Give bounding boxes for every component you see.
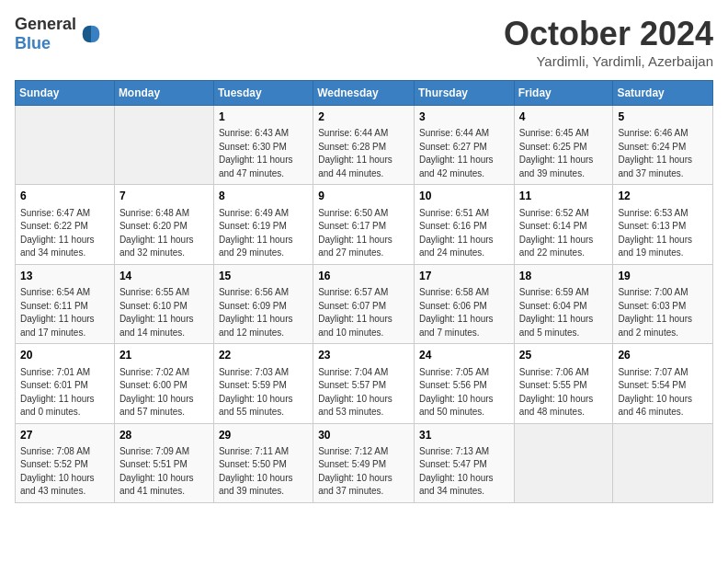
calendar-cell: 2Sunrise: 6:44 AM Sunset: 6:28 PM Daylig… xyxy=(313,106,415,185)
day-info: Sunrise: 6:56 AM Sunset: 6:09 PM Dayligh… xyxy=(219,286,308,339)
calendar-cell: 24Sunrise: 7:05 AM Sunset: 5:56 PM Dayli… xyxy=(414,344,514,423)
day-number: 31 xyxy=(419,428,509,443)
day-info: Sunrise: 6:55 AM Sunset: 6:10 PM Dayligh… xyxy=(119,286,209,339)
day-info: Sunrise: 7:11 AM Sunset: 5:50 PM Dayligh… xyxy=(219,445,308,499)
day-info: Sunrise: 7:00 AM Sunset: 6:03 PM Dayligh… xyxy=(618,286,708,339)
day-number: 30 xyxy=(318,428,409,443)
column-header-saturday: Saturday xyxy=(613,81,713,106)
day-number: 3 xyxy=(419,109,509,125)
calendar-cell: 14Sunrise: 6:55 AM Sunset: 6:10 PM Dayli… xyxy=(114,264,213,343)
calendar-cell: 18Sunrise: 6:59 AM Sunset: 6:04 PM Dayli… xyxy=(514,264,613,343)
calendar-cell xyxy=(114,106,213,185)
calendar-cell: 17Sunrise: 6:58 AM Sunset: 6:06 PM Dayli… xyxy=(414,264,514,343)
day-info: Sunrise: 7:05 AM Sunset: 5:56 PM Dayligh… xyxy=(419,366,509,419)
day-info: Sunrise: 6:48 AM Sunset: 6:20 PM Dayligh… xyxy=(119,207,209,260)
day-number: 16 xyxy=(318,269,409,284)
calendar-cell xyxy=(613,423,713,502)
day-number: 23 xyxy=(318,348,409,363)
calendar-cell: 30Sunrise: 7:12 AM Sunset: 5:49 PM Dayli… xyxy=(313,423,415,502)
day-info: Sunrise: 7:02 AM Sunset: 6:00 PM Dayligh… xyxy=(119,366,209,419)
logo-icon xyxy=(78,21,104,47)
day-info: Sunrise: 6:52 AM Sunset: 6:14 PM Dayligh… xyxy=(519,207,609,260)
logo-text: General Blue xyxy=(15,15,76,53)
page-header: General Blue October 2024 Yardimli, Yard… xyxy=(15,15,713,69)
calendar-cell: 11Sunrise: 6:52 AM Sunset: 6:14 PM Dayli… xyxy=(514,185,613,264)
day-number: 11 xyxy=(519,189,609,204)
day-number: 8 xyxy=(219,189,308,204)
day-info: Sunrise: 7:03 AM Sunset: 5:59 PM Dayligh… xyxy=(219,366,308,419)
calendar-cell: 22Sunrise: 7:03 AM Sunset: 5:59 PM Dayli… xyxy=(213,344,313,423)
calendar-week-row: 13Sunrise: 6:54 AM Sunset: 6:11 PM Dayli… xyxy=(16,264,713,343)
day-info: Sunrise: 6:53 AM Sunset: 6:13 PM Dayligh… xyxy=(618,207,708,260)
day-number: 18 xyxy=(519,269,609,284)
calendar-cell: 10Sunrise: 6:51 AM Sunset: 6:16 PM Dayli… xyxy=(414,185,514,264)
calendar-table: SundayMondayTuesdayWednesdayThursdayFrid… xyxy=(15,80,713,503)
day-info: Sunrise: 6:46 AM Sunset: 6:24 PM Dayligh… xyxy=(618,127,708,180)
day-info: Sunrise: 6:59 AM Sunset: 6:04 PM Dayligh… xyxy=(519,286,609,339)
column-header-thursday: Thursday xyxy=(414,81,514,106)
day-number: 29 xyxy=(219,428,308,443)
day-info: Sunrise: 6:57 AM Sunset: 6:07 PM Dayligh… xyxy=(318,286,409,339)
day-number: 14 xyxy=(119,269,209,284)
calendar-cell xyxy=(514,423,613,502)
day-number: 27 xyxy=(20,428,109,443)
day-info: Sunrise: 6:44 AM Sunset: 6:28 PM Dayligh… xyxy=(318,127,409,180)
day-number: 12 xyxy=(618,189,708,204)
day-info: Sunrise: 7:13 AM Sunset: 5:47 PM Dayligh… xyxy=(419,445,509,499)
day-info: Sunrise: 7:04 AM Sunset: 5:57 PM Dayligh… xyxy=(318,366,409,419)
day-info: Sunrise: 6:54 AM Sunset: 6:11 PM Dayligh… xyxy=(20,286,109,339)
calendar-cell: 31Sunrise: 7:13 AM Sunset: 5:47 PM Dayli… xyxy=(414,423,514,502)
calendar-cell xyxy=(16,106,115,185)
calendar-cell: 23Sunrise: 7:04 AM Sunset: 5:57 PM Dayli… xyxy=(313,344,415,423)
day-info: Sunrise: 6:49 AM Sunset: 6:19 PM Dayligh… xyxy=(219,207,308,260)
calendar-cell: 21Sunrise: 7:02 AM Sunset: 6:00 PM Dayli… xyxy=(114,344,213,423)
day-info: Sunrise: 7:06 AM Sunset: 5:55 PM Dayligh… xyxy=(519,366,609,419)
day-info: Sunrise: 7:12 AM Sunset: 5:49 PM Dayligh… xyxy=(318,445,409,499)
calendar-week-row: 6Sunrise: 6:47 AM Sunset: 6:22 PM Daylig… xyxy=(16,185,713,264)
day-info: Sunrise: 7:08 AM Sunset: 5:52 PM Dayligh… xyxy=(20,445,109,499)
day-number: 4 xyxy=(519,109,609,125)
day-number: 6 xyxy=(20,189,109,204)
day-number: 7 xyxy=(119,189,209,204)
calendar-cell: 4Sunrise: 6:45 AM Sunset: 6:25 PM Daylig… xyxy=(514,106,613,185)
day-number: 25 xyxy=(519,348,609,363)
day-number: 19 xyxy=(618,269,708,284)
calendar-week-row: 1Sunrise: 6:43 AM Sunset: 6:30 PM Daylig… xyxy=(16,106,713,185)
calendar-cell: 12Sunrise: 6:53 AM Sunset: 6:13 PM Dayli… xyxy=(613,185,713,264)
calendar-cell: 3Sunrise: 6:44 AM Sunset: 6:27 PM Daylig… xyxy=(414,106,514,185)
day-number: 13 xyxy=(20,269,109,284)
day-info: Sunrise: 6:58 AM Sunset: 6:06 PM Dayligh… xyxy=(419,286,509,339)
calendar-cell: 6Sunrise: 6:47 AM Sunset: 6:22 PM Daylig… xyxy=(16,185,115,264)
calendar-cell: 27Sunrise: 7:08 AM Sunset: 5:52 PM Dayli… xyxy=(16,423,115,502)
column-header-monday: Monday xyxy=(114,81,213,106)
calendar-header-row: SundayMondayTuesdayWednesdayThursdayFrid… xyxy=(16,81,713,106)
calendar-week-row: 20Sunrise: 7:01 AM Sunset: 6:01 PM Dayli… xyxy=(16,344,713,423)
logo-general: General xyxy=(15,15,76,33)
calendar-cell: 9Sunrise: 6:50 AM Sunset: 6:17 PM Daylig… xyxy=(313,185,415,264)
calendar-cell: 19Sunrise: 7:00 AM Sunset: 6:03 PM Dayli… xyxy=(613,264,713,343)
location-title: Yardimli, Yardimli, Azerbaijan xyxy=(504,53,713,69)
calendar-cell: 16Sunrise: 6:57 AM Sunset: 6:07 PM Dayli… xyxy=(313,264,415,343)
day-number: 26 xyxy=(618,348,708,363)
calendar-cell: 25Sunrise: 7:06 AM Sunset: 5:55 PM Dayli… xyxy=(514,344,613,423)
day-info: Sunrise: 6:44 AM Sunset: 6:27 PM Dayligh… xyxy=(419,127,509,180)
day-number: 2 xyxy=(318,109,409,125)
calendar-cell: 15Sunrise: 6:56 AM Sunset: 6:09 PM Dayli… xyxy=(213,264,313,343)
day-number: 24 xyxy=(419,348,509,363)
calendar-cell: 1Sunrise: 6:43 AM Sunset: 6:30 PM Daylig… xyxy=(213,106,313,185)
day-info: Sunrise: 6:47 AM Sunset: 6:22 PM Dayligh… xyxy=(20,207,109,260)
column-header-friday: Friday xyxy=(514,81,613,106)
day-info: Sunrise: 6:51 AM Sunset: 6:16 PM Dayligh… xyxy=(419,207,509,260)
logo-blue: Blue xyxy=(15,34,51,52)
day-number: 21 xyxy=(119,348,209,363)
day-info: Sunrise: 7:09 AM Sunset: 5:51 PM Dayligh… xyxy=(119,445,209,499)
day-info: Sunrise: 6:45 AM Sunset: 6:25 PM Dayligh… xyxy=(519,127,609,180)
day-number: 9 xyxy=(318,189,409,204)
column-header-tuesday: Tuesday xyxy=(213,81,313,106)
column-header-wednesday: Wednesday xyxy=(313,81,415,106)
calendar-cell: 29Sunrise: 7:11 AM Sunset: 5:50 PM Dayli… xyxy=(213,423,313,502)
calendar-cell: 5Sunrise: 6:46 AM Sunset: 6:24 PM Daylig… xyxy=(613,106,713,185)
day-number: 22 xyxy=(219,348,308,363)
calendar-cell: 13Sunrise: 6:54 AM Sunset: 6:11 PM Dayli… xyxy=(16,264,115,343)
day-number: 20 xyxy=(20,348,109,363)
